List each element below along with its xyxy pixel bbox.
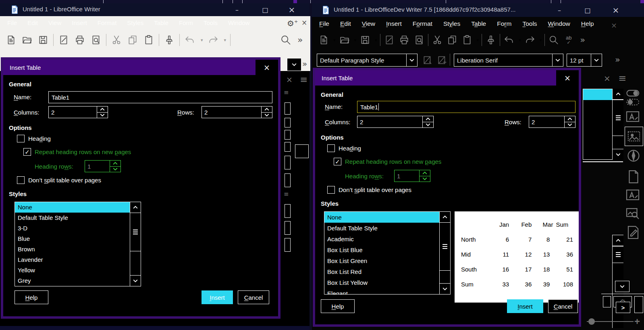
copy-button[interactable] [127,34,139,46]
scroll-up-icon[interactable] [613,89,623,100]
paste-button[interactable] [461,34,473,46]
toolbar-placeholder-icon[interactable] [285,238,291,252]
new-document-button[interactable] [5,34,17,46]
heading-checkbox[interactable] [17,135,25,142]
menu-format[interactable]: Format [98,19,117,26]
redo-button[interactable] [524,34,536,46]
style-option[interactable]: None [324,212,439,223]
menu-table[interactable]: Table [471,20,486,27]
styles-listbox[interactable]: None Default Table Style 3-D Blue Brown … [15,202,141,286]
new-style-button[interactable] [436,54,448,66]
redo-dropdown-icon[interactable]: ▾ [224,38,226,42]
find-replace-button[interactable] [280,34,292,46]
scroll-up-icon[interactable] [613,235,623,246]
menu-tools[interactable]: Tools [204,19,218,26]
text-frame-icon[interactable] [625,110,640,125]
styles-scrollbar[interactable] [439,212,450,294]
toolbar-placeholder-icon[interactable] [285,102,291,115]
scroll-down-icon[interactable] [130,275,141,286]
spin-up-icon[interactable] [262,107,272,113]
toolbar-overflow-icon[interactable]: » [302,59,307,69]
insert-button[interactable]: Insert [202,290,233,304]
menu-help[interactable]: Help [581,20,594,27]
toolbar-overflow-icon[interactable]: » [297,35,303,45]
toolbar-overflow-icon[interactable]: » [615,55,620,65]
style-option[interactable]: Grey [15,276,130,286]
repeat-heading-checkbox[interactable]: ✓ [334,158,341,165]
menu-format[interactable]: Format [413,20,432,27]
undo-button[interactable] [503,34,515,46]
status-box[interactable] [634,296,643,313]
image-tab-selected[interactable] [625,127,643,146]
toolbar-placeholder-icon[interactable] [285,156,291,169]
close-document-icon[interactable]: × [611,21,617,29]
styles-scrollbar[interactable] [130,202,141,286]
combo-dropdown-icon[interactable] [552,54,563,66]
dialog-close-button[interactable]: × [556,70,579,86]
rows-stepper[interactable]: 2 [529,116,575,128]
scroll-thumb[interactable] [613,246,623,263]
menu-table[interactable]: Table [154,19,168,26]
menu-insert[interactable]: Insert [72,19,87,26]
gear-plus-icon[interactable]: ⚙+ [287,19,298,28]
open-button[interactable] [21,34,33,46]
font-size-combo[interactable]: 12 pt [567,54,602,67]
close-button[interactable]: × [283,4,301,15]
menu-styles[interactable]: Styles [127,19,143,26]
save-button[interactable] [37,34,49,46]
spin-down-icon[interactable] [97,113,108,118]
scroll-thumb[interactable] [130,213,141,251]
repeat-heading-checkbox[interactable]: ✓ [23,148,31,156]
undo-dropdown-icon[interactable]: ▾ [519,38,521,42]
style-option[interactable]: None [15,202,130,213]
sidebar-close-icon[interactable]: × [604,73,611,83]
undo-button[interactable] [184,34,196,46]
font-name-combo[interactable]: Liberation Serif [454,54,563,67]
spin-up-icon[interactable] [97,107,108,113]
style-option[interactable]: Brown [15,244,130,255]
scroll-box[interactable] [615,281,629,292]
left-titlebar[interactable]: Untitled 1 - LibreOffice Writer – □ × [0,3,310,16]
redo-button[interactable] [207,34,219,46]
print-preview-button[interactable] [413,34,425,46]
combo-dropdown-icon[interactable] [591,54,602,66]
style-option[interactable]: 3-D [15,223,130,234]
cancel-button[interactable]: Cancel [238,290,269,304]
name-input[interactable]: Table1 [357,101,575,113]
style-option[interactable]: Box List Red [324,266,439,277]
spin-up-icon[interactable] [565,116,575,122]
style-option[interactable]: Box List Green [324,255,439,266]
expand-button[interactable]: > [616,302,630,313]
close-button[interactable]: × [607,4,625,16]
menu-form[interactable]: Form [497,20,511,27]
toolbar-dropdown-button[interactable] [287,58,301,71]
cut-button[interactable] [431,34,443,46]
status-box[interactable] [603,296,611,307]
spin-down-icon[interactable] [565,122,575,128]
insert-button[interactable]: Insert [507,299,543,313]
close-toolbar-icon[interactable]: × [301,19,307,27]
menu-insert[interactable]: Insert [386,20,402,27]
menu-view[interactable]: View [48,19,61,26]
paste-dropdown-icon[interactable]: ▾ [477,38,479,42]
style-option[interactable]: Elegant [324,288,439,294]
open-button[interactable] [339,34,351,46]
style-option[interactable]: Default Table Style [324,223,439,234]
dialog-close-button[interactable]: × [256,60,278,75]
minimize-button[interactable]: – [228,4,246,15]
dont-split-checkbox[interactable] [17,176,25,184]
minimize-button[interactable]: – [551,4,568,16]
style-option[interactable]: Lavender [15,255,130,265]
sidebar-close-icon[interactable]: × [286,75,293,84]
right-titlebar[interactable]: Untitled 1 - LibreOfficeDev Writer 7.5 [… [312,3,644,17]
toolbar-placeholder-icon[interactable] [285,204,291,218]
scroll-down-icon[interactable] [440,283,450,294]
toolbar-placeholder-icon[interactable] [285,221,291,235]
sidebar-menu-icon[interactable]: ≡ [618,73,626,84]
style-option[interactable]: Box List Blue [324,244,439,255]
scroll-thumb[interactable] [440,222,450,271]
help-button[interactable]: Help [15,290,48,304]
scroll-thumb[interactable] [613,100,623,136]
zoom-slider-thumb[interactable] [588,318,595,325]
menu-tools[interactable]: Tools [522,20,537,27]
